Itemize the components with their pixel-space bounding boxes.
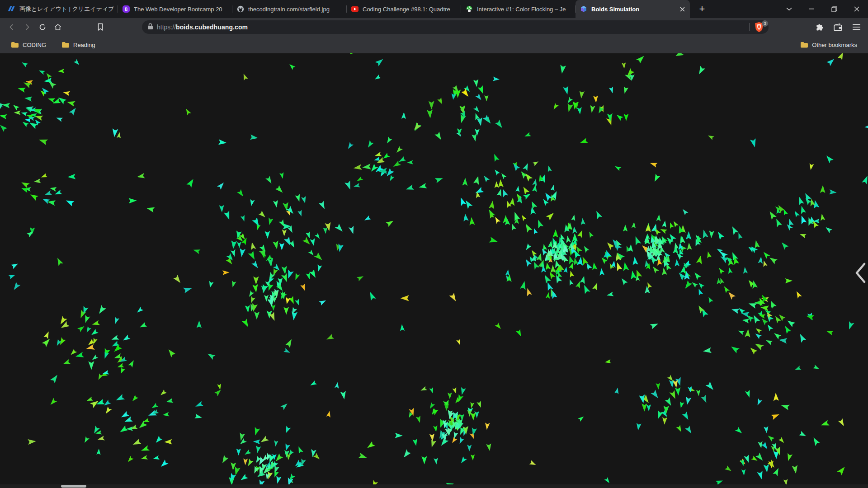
tab-title: Boids Simulation <box>591 6 673 13</box>
udemy-icon: ü <box>123 5 130 13</box>
window-controls <box>778 0 868 18</box>
tab-title: 画像とレイアウト | クリエイティブコーデ <box>19 5 113 13</box>
horizontal-scrollbar-thumb[interactable] <box>61 485 86 488</box>
horizontal-scrollbar-track[interactable] <box>0 484 868 488</box>
youtube-icon <box>351 5 359 13</box>
blue-slashes-icon <box>8 5 15 13</box>
tab-web-dev-bootcamp[interactable]: ü The Web Developer Bootcamp 20 <box>118 0 232 18</box>
folder-icon <box>800 42 808 48</box>
tab-title: Interactive #1: Color Flocking – Je <box>477 6 571 13</box>
tab-close-icon[interactable] <box>677 4 687 14</box>
tab-search-chevron-icon[interactable] <box>778 0 800 18</box>
tab-title: Coding Challenge #98.1: Quadtre <box>363 6 457 13</box>
divider <box>749 23 750 31</box>
back-arrow-icon[interactable] <box>6 22 17 33</box>
menu-hamburger-icon[interactable] <box>851 22 862 33</box>
new-tab-button[interactable]: + <box>694 0 710 18</box>
tab-title: thecodingtrain.com/starfield.jpg <box>248 6 342 13</box>
github-icon <box>237 5 244 13</box>
bookmark-folder-reading[interactable]: Reading <box>58 40 99 50</box>
browser-window: 画像とレイアウト | クリエイティブコーデ ü The Web Develope… <box>0 0 868 488</box>
divider <box>790 40 790 49</box>
tab-boids-simulation-active[interactable]: Boids Simulation <box>576 0 690 18</box>
tab-color-flocking[interactable]: Interactive #1: Color Flocking – Je <box>461 0 576 18</box>
padlock-icon[interactable] <box>147 23 153 32</box>
bookmarks-bar: CODING Reading Other bookmarks <box>0 36 868 53</box>
wallet-icon[interactable] <box>832 22 843 33</box>
boids-cube-icon <box>580 5 587 13</box>
url-text: https://boids.cubedhuang.com <box>157 23 248 31</box>
url-host: boids.cubedhuang.com <box>176 23 248 31</box>
folder-icon <box>11 42 19 48</box>
home-icon[interactable] <box>52 22 63 33</box>
brave-shield-icon[interactable]: 3 <box>754 22 765 33</box>
page-content <box>0 53 868 488</box>
minimize-button[interactable] <box>800 0 823 18</box>
forward-arrow-icon[interactable] <box>22 22 33 33</box>
other-bookmarks[interactable]: Other bookmarks <box>797 40 861 50</box>
tab-creative-coding[interactable]: 画像とレイアウト | クリエイティブコーデ <box>4 0 118 18</box>
boids-canvas <box>0 53 868 488</box>
reload-icon[interactable] <box>37 22 48 33</box>
navigation-toolbar: https://boids.cubedhuang.com 3 <box>0 18 868 36</box>
tab-coding-challenge-quadtree[interactable]: Coding Challenge #98.1: Quadtre <box>347 0 461 18</box>
bookmark-folder-label: CODING <box>23 42 46 48</box>
tab-title: The Web Developer Bootcamp 20 <box>134 6 228 13</box>
bookmark-icon[interactable] <box>95 22 106 33</box>
panel-toggle-left-chevron-icon[interactable] <box>854 263 866 285</box>
bookmark-folder-label: Reading <box>73 42 95 48</box>
tab-codingtrain-starfield[interactable]: thecodingtrain.com/starfield.jpg <box>232 0 347 18</box>
other-bookmarks-label: Other bookmarks <box>812 42 857 48</box>
tab-bar: 画像とレイアウト | クリエイティブコーデ ü The Web Develope… <box>0 0 868 18</box>
mushroom-icon <box>466 5 473 13</box>
shield-badge: 3 <box>762 20 768 27</box>
url-scheme: https:// <box>157 23 176 31</box>
address-bar[interactable]: https://boids.cubedhuang.com 3 <box>142 20 769 34</box>
bookmark-folder-coding[interactable]: CODING <box>7 40 50 50</box>
restore-button[interactable] <box>823 0 845 18</box>
folder-icon <box>61 42 70 48</box>
extensions-puzzle-icon[interactable] <box>814 22 825 33</box>
close-window-button[interactable] <box>845 0 868 18</box>
